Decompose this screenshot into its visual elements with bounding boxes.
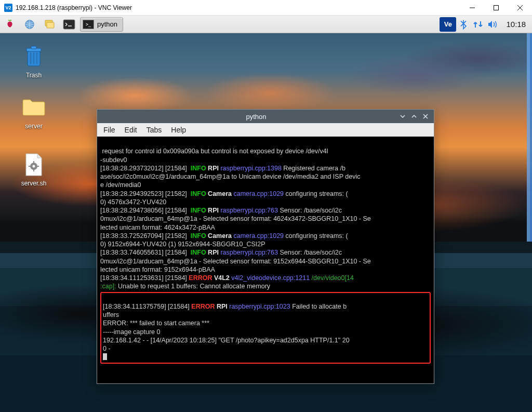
close-button[interactable] <box>508 0 532 16</box>
log-line: :cap]: Unable to request 1 buffers: Cann… <box>100 283 270 290</box>
log-line: uffers <box>103 311 119 318</box>
log-line: lected unicam format: 9152x6944-pBAA <box>100 266 215 273</box>
svg-rect-10 <box>31 46 36 49</box>
vnc-app-icon: V2 <box>4 4 12 12</box>
minimize-button[interactable] <box>460 0 484 16</box>
maximize-icon <box>494 5 499 10</box>
desktop-icon-label: Trash <box>10 72 57 79</box>
svg-rect-7 <box>63 20 75 29</box>
log-line: [18:38:28.293732012] [21584] INFO RPI ra… <box>100 165 345 172</box>
menu-help[interactable]: Help <box>171 126 186 134</box>
terminal-title: python <box>118 113 394 121</box>
log-line: 0) 9152x6944-YUV420 (1) 9152x6944-SBGGR1… <box>100 241 265 248</box>
raspberry-icon <box>4 19 16 30</box>
log-line: [18:38:33.746055631] [21584] INFO RPI ra… <box>100 249 342 256</box>
terminal-icon <box>63 19 75 30</box>
log-line: 0mux/i2c@1/arducam_64mp@1a - Selected se… <box>100 215 371 222</box>
log-line: lected unicam format: 4624x3472-pBAA <box>100 224 215 231</box>
maximize-button[interactable] <box>484 0 508 16</box>
host-window-titlebar: V2 192.168.1.218 (raspberrypi) - VNC Vie… <box>0 0 532 16</box>
svg-rect-6 <box>47 22 54 28</box>
log-line: -----image capture 0 <box>103 328 160 336</box>
desktop-area[interactable]: Trash server server.sh python <box>0 33 532 412</box>
close-icon <box>422 113 429 119</box>
taskbar-task-python[interactable]: >_ python <box>80 17 123 32</box>
log-line: ERROR: *** failed to start camera *** <box>103 320 209 327</box>
log-line: [18:38:28.294738056] [21584] INFO RPI ra… <box>100 207 342 214</box>
log-line: ase/soc/i2c0mux/i2c@1/arducam_64mp@1a to… <box>100 173 360 180</box>
terminal-output[interactable]: request for control id 0x009a090a but co… <box>97 137 434 383</box>
web-browser-button[interactable] <box>21 17 38 32</box>
svg-rect-1 <box>494 5 499 10</box>
terminal-maximize-button[interactable] <box>410 112 418 121</box>
desktop-icon-label: server.sh <box>10 180 57 187</box>
log-line: [18:38:34.111253631] [21584] ERROR V4L2 … <box>100 274 354 282</box>
chevron-up-icon <box>411 113 417 119</box>
desktop-icon-label: server <box>10 123 57 130</box>
log-line: 0 - <box>103 345 111 352</box>
log-line: 0mux/i2c@1/arducam_64mp@1a - Selected se… <box>100 258 371 265</box>
log-line: [18:38:28.294392523] [21582] INFO Camera… <box>100 190 348 197</box>
globe-icon <box>24 19 35 30</box>
menu-edit[interactable]: Edit <box>125 126 137 134</box>
svg-point-15 <box>33 165 35 168</box>
rpi-menu-button[interactable] <box>1 17 19 32</box>
taskbar-clock[interactable]: 10:18 <box>500 20 532 29</box>
log-line: [18:38:34.111375759] [21584] ERROR RPI r… <box>103 303 347 310</box>
chevron-down-icon <box>400 113 406 119</box>
bluetooth-icon <box>459 19 468 30</box>
log-line: 192.168.1.42 - - [14/Apr/2023 10:18:25] … <box>103 337 350 344</box>
log-line: request for control id 0x009a090a but co… <box>100 148 328 155</box>
bluetooth-tray[interactable] <box>456 17 471 32</box>
taskbar-task-label: python <box>97 20 117 28</box>
rpi-taskbar: >_ python Ve 10:18 <box>0 16 532 33</box>
menu-file[interactable]: File <box>103 126 115 134</box>
vnc-server-tray[interactable]: Ve <box>440 17 456 32</box>
terminal-close-button[interactable] <box>421 112 430 121</box>
terminal-cursor <box>103 353 107 360</box>
folders-icon <box>43 19 56 30</box>
log-line: 0) 4576x3472-YUV420 <box>100 198 166 206</box>
desktop-icon-trash[interactable]: Trash <box>10 45 57 79</box>
terminal-minimize-button[interactable] <box>398 112 407 121</box>
right-scroll-edge-inner <box>530 33 532 412</box>
script-file-icon <box>22 153 46 177</box>
log-line: [18:38:33.725267094] [21582] INFO Camera… <box>100 232 348 240</box>
desktop-icon-server-sh[interactable]: server.sh <box>10 153 57 187</box>
log-line: -subdev0 <box>100 156 127 164</box>
terminal-launcher-button[interactable] <box>60 17 78 32</box>
close-icon <box>517 5 523 10</box>
audio-tray[interactable] <box>485 17 500 32</box>
terminal-window[interactable]: python File Edit Tabs Help request for c… <box>97 109 434 384</box>
file-manager-button[interactable] <box>41 17 58 32</box>
speaker-icon <box>487 20 498 29</box>
desktop-icon-server-folder[interactable]: server <box>10 96 57 130</box>
trash-icon <box>22 45 46 69</box>
terminal-thumb-icon: >_ <box>83 20 94 29</box>
terminal-menubar: File Edit Tabs Help <box>97 123 434 137</box>
log-line: e /dev/media0 <box>100 181 141 189</box>
network-updown-icon <box>472 20 484 29</box>
network-tray[interactable] <box>471 17 485 32</box>
terminal-titlebar[interactable]: python <box>97 110 434 123</box>
menu-tabs[interactable]: Tabs <box>147 126 162 134</box>
host-window-title: 192.168.1.218 (raspberrypi) - VNC Viewer <box>16 4 460 11</box>
minimize-icon <box>470 5 475 10</box>
folder-icon <box>22 96 46 119</box>
highlighted-error-block: [18:38:34.111375759] [21584] ERROR RPI r… <box>100 292 431 364</box>
